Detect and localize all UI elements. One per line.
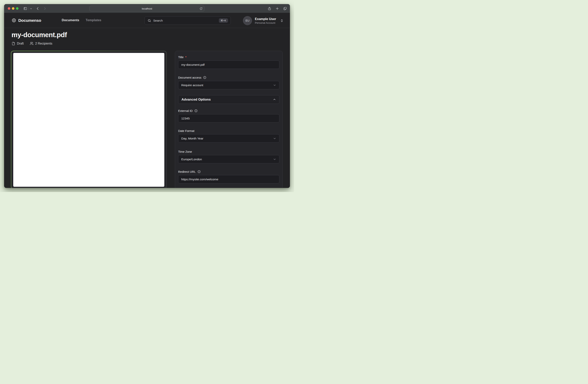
main-nav: Documents Templates bbox=[62, 18, 101, 22]
documenso-logo-icon bbox=[11, 18, 16, 23]
external-id-field-group: External ID bbox=[178, 109, 279, 123]
new-tab-icon[interactable] bbox=[275, 7, 279, 11]
browser-window: localhost bbox=[4, 4, 290, 188]
date-format-select[interactable]: Day, Month Year bbox=[178, 134, 279, 143]
back-icon[interactable] bbox=[36, 7, 40, 11]
users-icon bbox=[30, 42, 34, 45]
toolbar-right-actions bbox=[268, 7, 287, 11]
chevron-up-icon bbox=[273, 98, 276, 101]
recipients-badge: 2 Recipients bbox=[30, 42, 52, 45]
search-shortcut-badge: ⌘+K bbox=[219, 18, 228, 23]
chevrons-up-down-icon bbox=[280, 19, 283, 22]
browser-toolbar: localhost bbox=[4, 4, 290, 13]
external-id-input[interactable] bbox=[178, 114, 279, 123]
user-menu[interactable]: EU Example User Personal Account bbox=[243, 16, 283, 25]
info-icon[interactable] bbox=[203, 76, 206, 79]
status-badge: Draft bbox=[12, 42, 24, 45]
date-format-field-group: Date Format Day, Month Year bbox=[178, 129, 279, 143]
search-bar[interactable]: ⌘+K bbox=[145, 16, 231, 25]
document-status-row: Draft 2 Recipients bbox=[12, 42, 52, 45]
advanced-options-toggle[interactable]: Advanced Options bbox=[178, 95, 279, 104]
redirect-url-label: Redirect URL bbox=[178, 170, 279, 173]
chevron-down-icon bbox=[273, 83, 276, 87]
file-icon bbox=[12, 42, 15, 45]
info-icon[interactable] bbox=[197, 170, 201, 173]
required-marker: * bbox=[185, 56, 187, 59]
chevron-down-icon[interactable] bbox=[30, 8, 32, 10]
app-header: Documenso Documents Templates ⌘+K EU Exa… bbox=[4, 13, 290, 28]
document-settings-panel: Title * Document access Require account bbox=[175, 51, 283, 188]
nav-documents[interactable]: Documents bbox=[62, 18, 79, 22]
time-zone-label: Time Zone bbox=[178, 150, 279, 153]
chevron-down-icon bbox=[273, 157, 276, 161]
address-bar[interactable]: localhost bbox=[89, 6, 205, 12]
main-content: my-document.pdf Draft 2 Recipients bbox=[4, 28, 290, 188]
info-icon[interactable] bbox=[194, 109, 198, 113]
address-bar-url: localhost bbox=[142, 7, 152, 10]
refresh-icon[interactable] bbox=[199, 7, 203, 10]
pdf-page bbox=[13, 53, 164, 187]
window-controls bbox=[8, 7, 19, 10]
minimize-window-button[interactable] bbox=[12, 7, 14, 10]
user-name: Example User bbox=[255, 17, 277, 21]
external-id-label: External ID bbox=[178, 109, 279, 113]
toolbar-divider bbox=[29, 7, 29, 10]
nav-templates[interactable]: Templates bbox=[86, 18, 101, 22]
date-format-label: Date Format bbox=[178, 129, 279, 133]
redirect-url-field-group: Redirect URL bbox=[178, 170, 279, 183]
time-zone-select[interactable]: Europe/London bbox=[178, 155, 279, 163]
zoom-window-button[interactable] bbox=[16, 7, 19, 10]
forward-icon[interactable] bbox=[43, 7, 47, 11]
tab-overview-icon[interactable] bbox=[283, 7, 287, 11]
avatar: EU bbox=[243, 16, 252, 25]
brand-logo[interactable]: Documenso bbox=[11, 18, 41, 23]
brand-name: Documenso bbox=[18, 18, 41, 23]
user-meta: Example User Personal Account bbox=[255, 17, 277, 24]
document-preview-card bbox=[11, 51, 167, 188]
close-window-button[interactable] bbox=[8, 7, 10, 10]
title-label: Title * bbox=[178, 56, 279, 59]
document-access-label: Document access bbox=[178, 76, 279, 79]
document-access-field-group: Document access Require account bbox=[178, 76, 279, 89]
document-preview-inner bbox=[11, 51, 166, 188]
search-icon bbox=[147, 19, 151, 22]
page-title: my-document.pdf bbox=[11, 31, 67, 39]
sidebar-toggle-icon[interactable] bbox=[23, 7, 27, 11]
share-icon[interactable] bbox=[268, 7, 272, 11]
search-input[interactable] bbox=[153, 19, 217, 22]
time-zone-field-group: Time Zone Europe/London bbox=[178, 150, 279, 163]
document-access-select[interactable]: Require account bbox=[178, 81, 279, 89]
chevron-down-icon bbox=[273, 137, 276, 140]
title-input[interactable] bbox=[178, 60, 279, 69]
title-field-group: Title * bbox=[178, 56, 279, 69]
redirect-url-input[interactable] bbox=[178, 175, 279, 183]
user-account-type: Personal Account bbox=[255, 21, 277, 24]
